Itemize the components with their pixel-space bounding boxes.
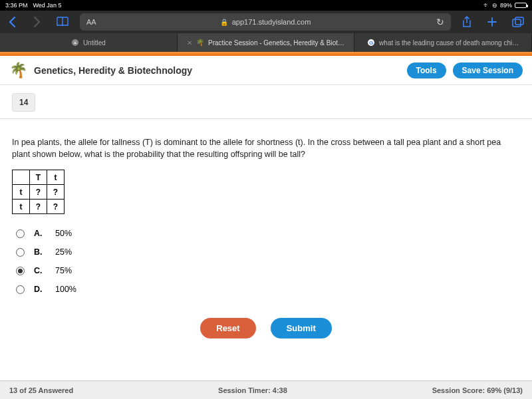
session-score: Session Score: 69% (9/13) — [432, 386, 523, 394]
tab-label: Untitled — [83, 39, 106, 47]
submit-button[interactable]: Submit — [271, 318, 332, 338]
question-number: 14 — [12, 93, 35, 112]
page-title: Genetics, Heredity & Biotechnology — [34, 65, 400, 76]
wifi-icon: ᯤ — [483, 2, 489, 9]
status-time: 3:36 PM — [5, 2, 28, 9]
save-session-button[interactable]: Save Session — [453, 63, 523, 78]
action-row: Reset Submit — [12, 318, 520, 338]
battery-icon — [515, 3, 527, 8]
studyisland-icon: 🌴 — [196, 39, 204, 47]
punnett-square: T t t ? ? t ? ? — [12, 170, 65, 214]
tab-strip: Untitled ✕ 🌴 Practice Session - Genetics… — [0, 33, 532, 52]
radio-icon[interactable] — [16, 229, 25, 238]
answer-text: 100% — [55, 285, 76, 294]
tabs-button[interactable] — [508, 17, 528, 27]
tab-practice-session[interactable]: ✕ 🌴 Practice Session - Genetics, Heredit… — [178, 33, 355, 52]
answer-label: B. — [34, 247, 46, 257]
bookmarks-icon[interactable] — [52, 17, 73, 27]
status-bar: 3:36 PM Wed Jan 5 ᯤ ⊖ 89% — [0, 0, 532, 11]
share-button[interactable] — [458, 16, 476, 28]
punnett-row-1: t — [13, 185, 30, 200]
radio-icon[interactable] — [16, 248, 25, 257]
content-area: 14 In pea plants, the allele for tallnes… — [0, 85, 532, 380]
url-host: app171.studyisland.com — [232, 18, 311, 26]
divider — [0, 118, 532, 119]
compass-icon — [71, 39, 79, 47]
battery-pct: 89% — [500, 2, 512, 9]
answer-option-d[interactable]: D. 100% — [16, 285, 520, 294]
svg-rect-0 — [513, 19, 521, 27]
orientation-lock-icon: ⊖ — [492, 2, 497, 9]
answer-label: C. — [34, 266, 46, 275]
logo-icon: 🌴 — [9, 62, 27, 79]
question-text: In pea plants, the allele for tallness (… — [12, 136, 504, 160]
radio-icon[interactable] — [16, 285, 25, 294]
answer-text: 75% — [55, 266, 72, 275]
tab-untitled[interactable]: Untitled — [0, 33, 178, 52]
punnett-row-2: t — [13, 200, 30, 214]
punnett-cell: ? — [47, 185, 65, 200]
punnett-col-1: T — [30, 170, 47, 185]
tab-label: Practice Session - Genetics, Heredity & … — [208, 39, 344, 47]
session-timer: Session Timer: 4:38 — [218, 386, 287, 394]
answer-text: 50% — [55, 229, 72, 238]
nav-forward-button — [28, 16, 45, 28]
answered-count: 13 of 25 Answered — [9, 386, 73, 394]
page-header: 🌴 Genetics, Heredity & Biotechnology Too… — [0, 56, 532, 85]
text-size-button[interactable]: AA — [86, 18, 96, 26]
radio-icon[interactable] — [16, 267, 25, 275]
tab-google-search[interactable]: G what is the leading cause of death amo… — [354, 33, 532, 52]
answer-option-a[interactable]: A. 50% — [16, 229, 520, 238]
punnett-cell: ? — [30, 185, 47, 200]
google-icon: G — [367, 39, 375, 47]
new-tab-button[interactable] — [483, 17, 501, 27]
punnett-cell-blank — [13, 170, 30, 185]
lock-icon: 🔒 — [220, 19, 228, 26]
answer-list: A. 50% B. 25% C. 75% D. 100% — [16, 229, 520, 294]
answer-option-b[interactable]: B. 25% — [16, 247, 520, 257]
answer-label: D. — [34, 285, 46, 294]
svg-rect-1 — [515, 17, 523, 25]
answer-text: 25% — [55, 247, 72, 257]
address-bar[interactable]: AA 🔒 app171.studyisland.com ↻ — [80, 13, 451, 31]
reload-button[interactable]: ↻ — [436, 17, 444, 27]
footer-bar: 13 of 25 Answered Session Timer: 4:38 Se… — [0, 380, 532, 399]
tab-label: what is the leading cause of death among… — [379, 39, 519, 47]
svg-text:G: G — [369, 40, 373, 46]
punnett-cell: ? — [47, 200, 65, 214]
punnett-cell: ? — [30, 200, 47, 214]
close-tab-icon[interactable]: ✕ — [187, 39, 192, 47]
browser-toolbar: AA 🔒 app171.studyisland.com ↻ — [0, 11, 532, 33]
tools-button[interactable]: Tools — [407, 63, 446, 78]
answer-option-c[interactable]: C. 75% — [16, 266, 520, 275]
punnett-col-2: t — [47, 170, 65, 185]
reset-button[interactable]: Reset — [200, 318, 255, 338]
answer-label: A. — [34, 229, 46, 238]
status-date: Wed Jan 5 — [33, 2, 62, 9]
nav-back-button[interactable] — [4, 16, 21, 28]
